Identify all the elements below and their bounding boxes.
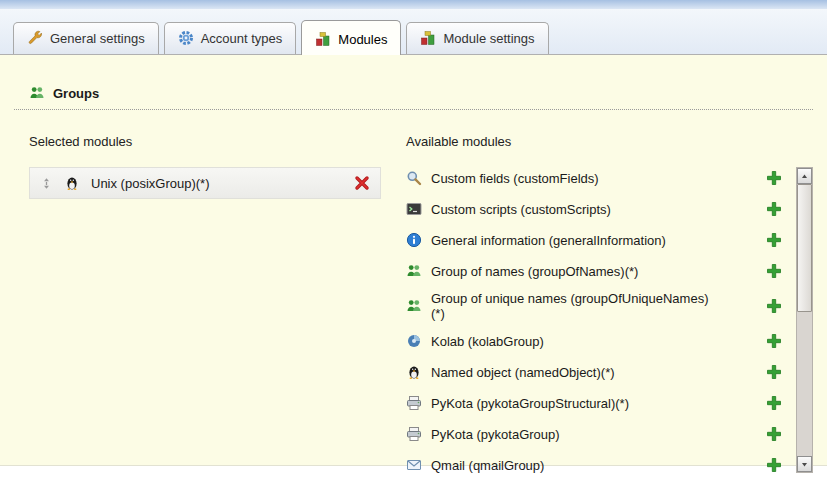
available-modules-wrap: Custom fields (customFields)Custom scrip… (406, 167, 813, 485)
modules-icon (420, 30, 436, 46)
scroll-up-button[interactable] (797, 168, 812, 184)
wrench-icon (27, 30, 43, 46)
available-module-row: Custom scripts (customScripts) (406, 198, 782, 220)
tab-general-settings[interactable]: General settings (13, 22, 159, 54)
available-module-label: Named object (namedObject)(*) (431, 365, 615, 380)
info-icon (406, 232, 422, 248)
available-module-label: Group of unique names (groupOfUniqueName… (431, 291, 716, 321)
scroll-down-button[interactable] (797, 456, 812, 472)
available-module-label: PyKota (pykotaGroupStructural)(*) (431, 396, 629, 411)
section-header: Groups (14, 85, 813, 101)
selected-modules-title: Selected modules (29, 134, 381, 149)
selected-module-row[interactable]: Unix (posixGroup)(*) (29, 167, 381, 199)
available-module-label: General information (generalInformation) (431, 233, 666, 248)
scrollbar-track[interactable] (797, 184, 812, 456)
window-top-strip (0, 0, 827, 9)
tab-bar: General settingsAccount typesModulesModu… (0, 9, 827, 55)
add-module-button[interactable] (766, 263, 782, 279)
add-module-button[interactable] (766, 457, 782, 473)
tab-module-settings[interactable]: Module settings (406, 22, 548, 54)
add-module-button[interactable] (766, 333, 782, 349)
add-module-button[interactable] (766, 395, 782, 411)
groups-icon (406, 263, 422, 279)
available-modules-title: Available modules (406, 134, 813, 149)
drag-handle-icon[interactable] (40, 176, 53, 191)
available-modules-column: Available modules Custom fields (customF… (406, 124, 813, 485)
content-area: Groups Selected modules Unix (posixGroup… (0, 55, 827, 466)
remove-module-button[interactable] (354, 175, 370, 191)
groups-icon (406, 298, 422, 314)
available-module-row: PyKota (pykotaGroup) (406, 423, 782, 445)
available-module-row: Named object (namedObject)(*) (406, 361, 782, 383)
scrollbar-thumb[interactable] (797, 184, 812, 312)
tab-label: Modules (338, 32, 387, 47)
available-module-row: Qmail (qmailGroup) (406, 454, 782, 476)
magnifier-icon (406, 170, 422, 186)
available-module-label: Group of names (groupOfNames)(*) (431, 264, 638, 279)
tab-label: General settings (50, 31, 145, 46)
available-modules-scrollbar[interactable] (796, 167, 813, 473)
available-module-row: Group of names (groupOfNames)(*) (406, 260, 782, 282)
add-module-button[interactable] (766, 170, 782, 186)
available-module-row: Kolab (kolabGroup) (406, 330, 782, 352)
groups-icon (29, 85, 45, 101)
lam-config-page: General settingsAccount typesModulesModu… (0, 0, 827, 466)
gear-icon (178, 30, 194, 46)
available-module-row: General information (generalInformation) (406, 229, 782, 251)
tux-icon (406, 364, 422, 380)
add-module-button[interactable] (766, 298, 782, 314)
selected-module-label: Unix (posixGroup)(*) (91, 176, 343, 191)
arrow-up-icon (800, 172, 809, 181)
add-module-button[interactable] (766, 232, 782, 248)
tab-modules[interactable]: Modules (301, 20, 401, 55)
add-module-button[interactable] (766, 426, 782, 442)
tab-label: Module settings (443, 31, 534, 46)
tab-label: Account types (201, 31, 283, 46)
available-module-row: PyKota (pykotaGroupStructural)(*) (406, 392, 782, 414)
available-module-label: Kolab (kolabGroup) (431, 334, 544, 349)
selected-modules-list: Unix (posixGroup)(*) (29, 167, 381, 199)
available-module-label: PyKota (pykotaGroup) (431, 427, 560, 442)
add-module-button[interactable] (766, 201, 782, 217)
available-module-label: Qmail (qmailGroup) (431, 458, 544, 473)
selected-modules-column: Selected modules Unix (posixGroup)(*) (29, 124, 381, 485)
available-modules-list: Custom fields (customFields)Custom scrip… (406, 167, 796, 485)
modules-icon (315, 31, 331, 47)
available-module-row: Custom fields (customFields) (406, 167, 782, 189)
tux-icon (64, 175, 80, 191)
tab-account-types[interactable]: Account types (164, 22, 297, 54)
add-module-button[interactable] (766, 364, 782, 380)
script-icon (406, 201, 422, 217)
arrow-down-icon (800, 460, 809, 469)
mail-icon (406, 457, 422, 473)
modules-columns: Selected modules Unix (posixGroup)(*) Av… (14, 110, 813, 485)
available-module-label: Custom fields (customFields) (431, 171, 599, 186)
available-module-label: Custom scripts (customScripts) (431, 202, 611, 217)
available-module-row: Group of unique names (groupOfUniqueName… (406, 291, 782, 321)
printer-icon (406, 395, 422, 411)
kolab-icon (406, 333, 422, 349)
page-title: Groups (53, 86, 99, 101)
printer-icon (406, 426, 422, 442)
